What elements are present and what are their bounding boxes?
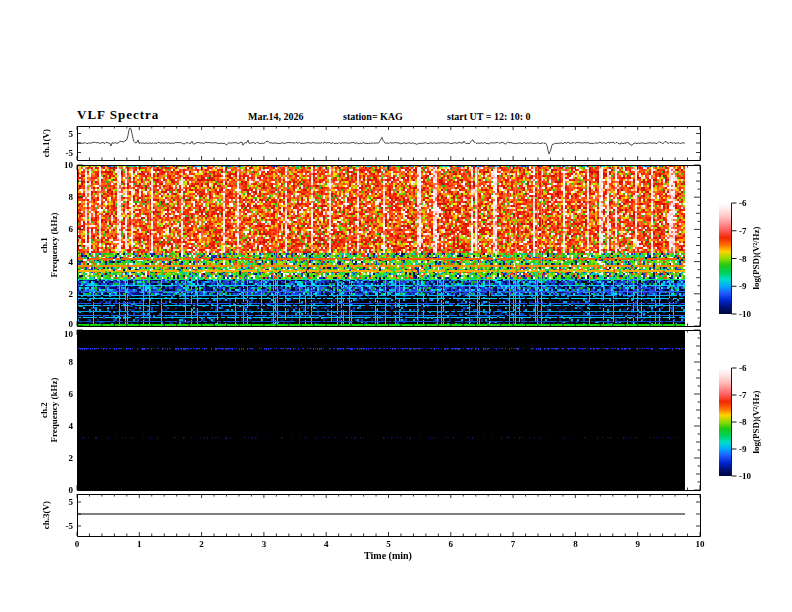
tick-label: 2 [189, 539, 215, 549]
colorbar2-label: log(PSD)(V²/Hz) [751, 390, 761, 453]
tick-label: 0 [47, 485, 73, 495]
tick-label: 6 [47, 389, 73, 399]
figure-title: VLF Spectra [77, 107, 159, 123]
tick-label: 0 [64, 539, 90, 549]
ch2spec-ylabel-line2: Frequency (kHz) [49, 377, 59, 442]
tick-label: 0 [47, 319, 73, 329]
station-label: station= KAG [343, 111, 403, 122]
tick-label: -10 [739, 471, 751, 481]
ch1-spectrogram [77, 165, 685, 326]
tick-label: 10 [687, 539, 713, 549]
colorbar1-label: log(PSD)(V²/Hz) [751, 226, 761, 289]
colorbar-ch2 [719, 368, 731, 476]
start-ut-label: start UT = 12: 10: 0 [447, 111, 531, 122]
tick-label: 2 [47, 289, 73, 299]
tick-label: 1 [126, 539, 152, 549]
tick-label: 6 [438, 539, 464, 549]
ch1spec-ylabel: ch.1 Frequency (kHz) [39, 212, 59, 277]
tick-label: 3 [251, 539, 277, 549]
tick-label: -10 [739, 309, 751, 319]
tick-label: -9 [739, 444, 747, 454]
tick-label: -6 [739, 363, 747, 373]
ch2spec-ylabel: ch.2 Frequency (kHz) [39, 377, 59, 442]
tick-label: -8 [739, 417, 747, 427]
tick-label: 7 [500, 539, 526, 549]
tick-label: 9 [625, 539, 651, 549]
tick-label: 5 [47, 129, 73, 139]
tick-label: -7 [739, 226, 747, 236]
figure-date: Mar.14, 2026 [248, 111, 303, 122]
tick-label: 10 [47, 160, 73, 170]
tick-label: 5 [376, 539, 402, 549]
tick-label: -5 [47, 148, 73, 158]
tick-label: 6 [47, 224, 73, 234]
ch1spec-ylabel-line1: ch.1 [39, 212, 49, 277]
tick-label: 8 [47, 192, 73, 202]
ch2spec-ylabel-line1: ch.2 [39, 377, 49, 442]
ch1spec-ylabel-line2: Frequency (kHz) [49, 212, 59, 277]
tick-label: -6 [739, 198, 747, 208]
tick-label: 2 [47, 453, 73, 463]
tick-label: -8 [739, 254, 747, 264]
ch2-spectrogram [77, 330, 685, 490]
tick-label: -5 [47, 521, 73, 531]
tick-label: 4 [313, 539, 339, 549]
tick-label: -9 [739, 281, 747, 291]
tick-label: 8 [47, 357, 73, 367]
vlf-spectra-figure: VLF Spectra Mar.14, 2026 station= KAG st… [0, 0, 792, 612]
colorbar-ch1 [719, 203, 731, 314]
tick-label: 10 [47, 329, 73, 339]
time-axis-label: Time (min) [364, 550, 412, 561]
tick-label: 8 [562, 539, 588, 549]
tick-label: 4 [47, 257, 73, 267]
tick-label: 4 [47, 421, 73, 431]
tick-label: 5 [47, 497, 73, 507]
tick-label: -7 [739, 390, 747, 400]
